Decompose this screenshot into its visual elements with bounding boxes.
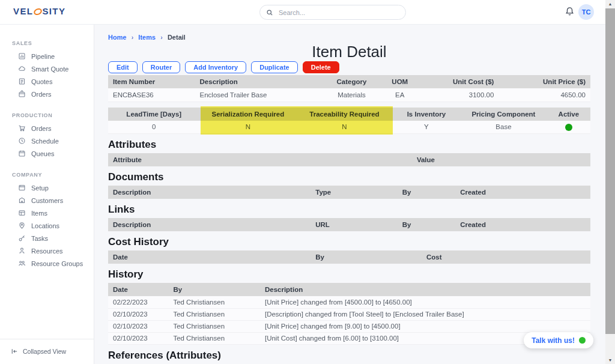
column-header: Date: [108, 250, 311, 264]
items-icon: [18, 209, 26, 217]
breadcrumb-home-link[interactable]: Home: [108, 34, 127, 41]
global-search: [259, 5, 406, 20]
sidebar-item-production-orders[interactable]: Orders: [0, 122, 94, 135]
column-header: By: [398, 218, 455, 231]
column-header: Date: [108, 283, 168, 296]
scroll-up-arrow-icon[interactable]: ▲: [605, 2, 615, 6]
sidebar-item-smart-quote[interactable]: Smart Quote: [0, 62, 94, 75]
user-avatar[interactable]: TC: [578, 4, 594, 20]
notifications-bell-icon[interactable]: [565, 6, 575, 19]
sidebar-item-tasks[interactable]: Tasks: [0, 232, 94, 244]
sidebar-item-items[interactable]: Items: [0, 207, 94, 219]
description-cell: Enclosed Trailer Base: [195, 88, 321, 102]
sidebar-item-label: Queues: [31, 150, 55, 157]
column-header: Serialization Required: [200, 108, 297, 121]
column-header: Description: [108, 186, 311, 199]
collapse-sidebar-button[interactable]: Collapsed View: [0, 339, 94, 364]
sidebar-item-pipeline[interactable]: Pipeline: [0, 50, 94, 62]
sidebar: SALES Pipeline Smart Quote Quotes Orders…: [0, 25, 94, 364]
item-detail-table: LeadTime [Days] Serialization Required T…: [108, 108, 590, 135]
chat-online-dot: [579, 337, 586, 344]
main-content: Home › Items › Detail Item Detail Edit R…: [94, 25, 605, 364]
sidebar-item-label: Resource Groups: [31, 260, 83, 267]
sidebar-item-resource-groups[interactable]: Resource Groups: [0, 257, 94, 270]
router-button[interactable]: Router: [142, 61, 180, 73]
brand-swoosh-icon: [33, 7, 43, 16]
category-cell: Materials: [320, 88, 383, 102]
item-summary-table: Item Number Description Category UOM Uni…: [108, 75, 590, 102]
attributes-table: Attribute Value: [108, 153, 590, 166]
sidebar-item-label: Orders: [31, 125, 52, 132]
documents-heading: Documents: [108, 171, 590, 183]
history-description: [Unit Price] changed from [4500.00] to […: [260, 296, 590, 308]
history-by: Ted Christiansen: [168, 296, 260, 308]
history-heading: History: [108, 268, 590, 281]
sidebar-item-label: Orders: [31, 91, 52, 98]
sidebar-item-queues[interactable]: Queues: [0, 147, 94, 160]
table-row: ENCBASE36 Enclosed Trailer Base Material…: [108, 88, 590, 102]
add-inventory-button[interactable]: Add Inventory: [185, 61, 246, 73]
sidebar-item-label: Schedule: [31, 138, 59, 145]
sidebar-item-label: Customers: [31, 197, 63, 204]
column-header: Description: [260, 283, 590, 296]
tasks-icon: [18, 234, 26, 242]
resource-groups-icon: [18, 259, 26, 267]
pricing-component-cell: Base: [460, 121, 547, 134]
column-header: Cost: [422, 250, 590, 264]
sidebar-item-sales-orders[interactable]: Orders: [0, 88, 94, 100]
locations-icon: [18, 222, 26, 229]
history-row: 02/10/2023 Ted Christiansen [Unit Price]…: [108, 320, 590, 332]
scrollbar-thumb[interactable]: [605, 8, 615, 334]
sidebar-item-resources[interactable]: Resources: [0, 244, 94, 257]
search-input[interactable]: [277, 8, 392, 17]
column-header: Description: [108, 218, 311, 231]
sidebar-item-label: Locations: [31, 222, 59, 229]
item-detail-table-wrap: LeadTime [Days] Serialization Required T…: [108, 108, 590, 135]
scroll-down-arrow-icon[interactable]: ▼: [605, 358, 615, 362]
resources-icon: [18, 247, 26, 255]
brand-logo[interactable]: VEL SITY: [13, 6, 65, 16]
column-header: Created: [455, 218, 590, 231]
breadcrumb-items-link[interactable]: Items: [138, 34, 156, 41]
sidebar-item-quotes[interactable]: Quotes: [0, 75, 94, 88]
documents-table: Description Type By Created: [108, 186, 590, 199]
history-description: [Description] changed from [Tool Steel] …: [260, 308, 590, 320]
edit-button[interactable]: Edit: [108, 61, 138, 73]
history-by: Ted Christiansen: [168, 320, 260, 332]
sidebar-item-setup[interactable]: Setup: [0, 181, 94, 194]
column-header: Value: [412, 153, 590, 166]
attributes-heading: Attributes: [108, 139, 590, 151]
page-scrollbar[interactable]: ▲ ▼: [605, 0, 615, 364]
schedule-icon: [18, 137, 26, 145]
sidebar-item-customers[interactable]: Customers: [0, 194, 94, 207]
history-row: 02/22/2023 Ted Christiansen [Unit Price]…: [108, 296, 590, 308]
column-header: By: [311, 250, 422, 264]
collapse-view-label: Collapsed View: [23, 348, 66, 355]
column-header: Traceability Required: [296, 108, 393, 121]
brand-text-left: VEL: [13, 6, 33, 16]
breadcrumb-current: Detail: [168, 34, 186, 41]
column-header: Is Inventory: [393, 108, 460, 121]
links-heading: Links: [108, 204, 590, 216]
links-table: Description URL By Created: [108, 218, 590, 231]
table-row: 0 N N Y Base: [108, 121, 590, 134]
history-row: 02/10/2023 Ted Christiansen [Unit Cost] …: [108, 332, 590, 344]
queues-icon: [18, 150, 26, 157]
sidebar-item-locations[interactable]: Locations: [0, 219, 94, 232]
sidebar-section-production: PRODUCTION: [12, 112, 94, 118]
column-header: Pricing Component: [460, 108, 547, 121]
column-header: Active: [547, 108, 590, 121]
column-header: Unit Price ($): [498, 75, 590, 88]
brand-text-right: SITY: [42, 6, 65, 16]
sidebar-item-label: Resources: [31, 247, 63, 255]
delete-button[interactable]: Delete: [303, 61, 339, 73]
duplicate-button[interactable]: Duplicate: [251, 61, 298, 73]
breadcrumb: Home › Items › Detail: [108, 34, 590, 41]
breadcrumb-separator: ›: [160, 34, 163, 41]
chat-launcher-button[interactable]: Talk with us!: [524, 332, 593, 348]
sidebar-item-schedule[interactable]: Schedule: [0, 135, 94, 147]
search-icon: [266, 9, 273, 16]
history-date: 02/10/2023: [108, 308, 168, 320]
column-header: UOM: [383, 75, 417, 88]
leadtime-cell: 0: [108, 121, 200, 134]
